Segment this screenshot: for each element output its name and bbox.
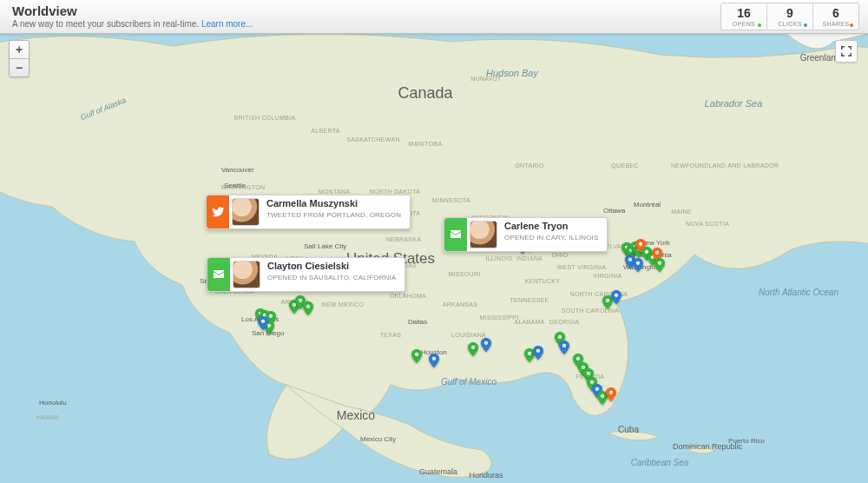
metric-clicks[interactable]: 9 CLICKS (766, 3, 812, 30)
label-minnesota: MINNESOTA (432, 197, 470, 203)
map-svg: Canada United States Mexico Hudson Bay L… (0, 33, 868, 483)
label-west-virginia: WEST VIRGINIA (557, 264, 607, 270)
zoom-in-button[interactable]: + (10, 41, 29, 59)
page-subtitle: A new way to meet your subscribers in re… (12, 19, 253, 29)
pin-icon (411, 349, 422, 363)
label-nunavut: NUNAVUT (470, 76, 502, 82)
map-pin[interactable] (481, 338, 491, 352)
metric-shares-label: SHARES (823, 21, 850, 27)
pin-icon (481, 338, 491, 352)
callout-text: Carmella MuszynskiTWEETED FROM PORTLAND,… (260, 195, 410, 228)
metric-shares-value: 6 (832, 7, 839, 19)
label-montana: MONTANA (319, 189, 351, 195)
label-alberta: ALBERTA (311, 128, 339, 134)
label-puerto-rico: Puerto Rico (728, 437, 765, 445)
label-texas: TEXAS (380, 332, 401, 338)
label-hawaii: HAWAII (36, 414, 59, 420)
learn-more-link[interactable]: Learn more... (201, 19, 253, 29)
callout-action: TWEETED FROM PORTLAND, OREGON (266, 211, 401, 220)
map-pin[interactable] (533, 346, 543, 360)
label-alabama: ALABAMA (514, 319, 544, 325)
avatar (470, 221, 497, 248)
callout-text: Clayton CiesielskiOPENED IN SAUSALITO, C… (260, 258, 404, 291)
subtitle-text: A new way to meet your subscribers in re… (12, 19, 201, 29)
mail-icon (450, 228, 462, 241)
label-guatemala: Guatemala (419, 467, 457, 476)
map-pin[interactable] (606, 387, 616, 401)
label-manitoba: MANITOBA (409, 141, 443, 147)
city-ottawa: Ottawa (603, 207, 626, 215)
map[interactable]: Canada United States Mexico Hudson Bay L… (0, 33, 868, 483)
label-gulf-mexico: Gulf of Mexico (441, 377, 496, 387)
label-missouri: MISSOURI (448, 271, 480, 277)
label-cuba: Cuba (618, 425, 639, 434)
metric-opens-value: 16 (737, 7, 751, 19)
metric-clicks-value: 9 (786, 7, 793, 19)
label-arkansas: ARKANSAS (443, 301, 478, 308)
dot-icon (850, 23, 853, 27)
activity-callout[interactable]: Clayton CiesielskiOPENED IN SAUSALITO, C… (207, 257, 405, 292)
callout-text: Carlene TryonOPENED IN CARY, ILLINOIS (497, 218, 607, 251)
page-title: Worldview (12, 3, 77, 18)
label-mississippi: MISSISSIPPI (480, 314, 519, 321)
label-maine: MAINE (671, 208, 692, 215)
label-georgia: GEORGIA (549, 319, 580, 325)
label-north-atlantic: North Atlantic Ocean (759, 288, 838, 297)
activity-callout[interactable]: Carmella MuszynskiTWEETED FROM PORTLAND,… (206, 195, 411, 229)
label-nebraska: NEBRASKA (386, 236, 422, 242)
metric-opens-label: OPENS (733, 21, 755, 27)
city-salt-lake: Salt Lake City (304, 242, 346, 250)
dot-icon (758, 23, 761, 27)
label-ohio: OHIO (551, 252, 568, 258)
callout-name: Clayton Ciesielski (267, 261, 396, 272)
label-ontario: ONTARIO (515, 162, 544, 169)
pin-icon (429, 354, 439, 367)
map-pin[interactable] (559, 341, 569, 354)
metric-opens[interactable]: 16 OPENS (721, 3, 766, 30)
map-pin[interactable] (468, 342, 478, 356)
callout-action: OPENED IN SAUSALITO, CALIFORNIA (267, 274, 396, 282)
metrics-panel: 16 OPENS 9 CLICKS 6 SHARES (720, 3, 859, 30)
map-pin[interactable] (611, 290, 621, 304)
label-tennessee: TENNESSEE (510, 297, 549, 303)
label-illinois: ILLINOIS (485, 255, 512, 261)
zoom-out-button[interactable]: − (10, 59, 29, 76)
fullscreen-button[interactable] (835, 40, 858, 63)
label-canada: Canada (398, 84, 453, 102)
city-honolulu: Honolulu (39, 399, 67, 407)
pin-icon (559, 341, 569, 354)
label-caribbean: Caribbean Sea (631, 458, 689, 467)
avatar (232, 198, 260, 226)
city-mexico-city: Mexico City (360, 435, 396, 443)
avatar (233, 261, 260, 288)
label-newfoundland: NEWFOUNDLAND AND LABRADOR (671, 162, 779, 169)
label-mexico: Mexico (337, 408, 376, 422)
twitter-icon (212, 206, 224, 218)
map-pin[interactable] (303, 301, 313, 315)
label-saskatchewan: SASKATCHEWAN (346, 136, 400, 142)
map-pin[interactable] (258, 316, 268, 330)
callout-badge (207, 258, 230, 291)
metric-clicks-label: CLICKS (778, 21, 801, 27)
callout-action: OPENED IN CARY, ILLINOIS (504, 234, 598, 242)
label-oklahoma: OKLAHOMA (390, 293, 426, 299)
label-labrador-sea: Labrador Sea (705, 98, 763, 109)
pin-icon (303, 301, 313, 315)
label-indiana: INDIANA (516, 255, 543, 261)
label-louisiana: LOUISIANA (451, 332, 486, 338)
pin-icon (533, 346, 543, 360)
label-quebec: QUEBEC (611, 162, 638, 169)
fullscreen-icon (841, 46, 852, 56)
map-pin[interactable] (429, 354, 439, 367)
metric-shares[interactable]: 6 SHARES (812, 3, 858, 30)
city-vancouver: Vancouver (221, 166, 254, 174)
map-pin[interactable] (654, 258, 665, 272)
activity-callout[interactable]: Carlene TryonOPENED IN CARY, ILLINOIS (444, 217, 608, 252)
map-pin[interactable] (411, 349, 422, 363)
label-nova-scotia: NOVA SCOTIA (686, 221, 729, 227)
label-north-dakota: NORTH DAKOTA (370, 189, 421, 195)
label-new-mexico: NEW MEXICO (322, 301, 365, 308)
label-british-columbia: BRITISH COLUMBIA (234, 115, 296, 121)
pin-icon (611, 290, 621, 304)
pin-icon (258, 316, 268, 330)
